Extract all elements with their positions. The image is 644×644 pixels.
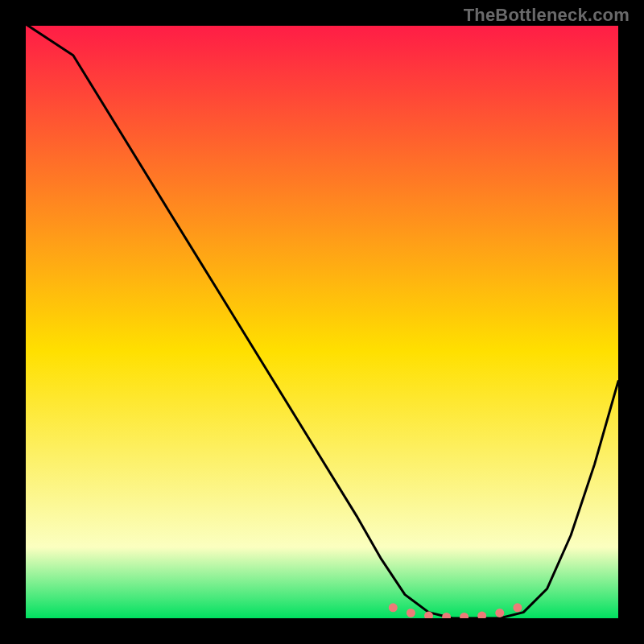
mask-bottom [0, 618, 644, 644]
chart-canvas [0, 0, 644, 644]
watermark-text: TheBottleneck.com [464, 5, 630, 26]
chart-frame: TheBottleneck.com [0, 0, 644, 644]
optimal-zone-marker [513, 603, 522, 612]
optimal-zone-marker [389, 603, 398, 612]
optimal-zone-marker [407, 609, 415, 617]
optimal-zone-marker [495, 609, 504, 617]
plot-background [26, 26, 618, 618]
mask-left [0, 0, 26, 644]
mask-right [618, 0, 644, 644]
